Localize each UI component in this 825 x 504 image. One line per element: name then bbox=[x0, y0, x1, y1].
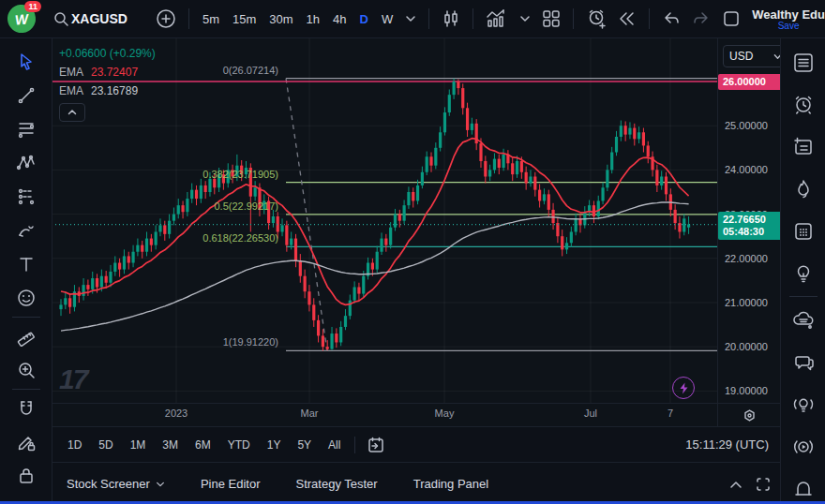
candle bbox=[565, 237, 568, 254]
range-all[interactable]: All bbox=[320, 438, 349, 452]
chart-style-button[interactable] bbox=[436, 6, 466, 32]
interval-weekly[interactable]: W bbox=[375, 12, 399, 26]
ema-line[interactable] bbox=[61, 139, 689, 305]
currency-selector[interactable]: USD bbox=[723, 45, 788, 67]
chart-plot-area[interactable]: +0.06600 (+0.29%) EMA23.72407 EMA23.1678… bbox=[52, 37, 717, 403]
divider bbox=[573, 8, 574, 29]
ideas-stream-button[interactable] bbox=[786, 383, 821, 425]
collapse-chevron-up-icon[interactable] bbox=[729, 480, 742, 489]
range-1d[interactable]: 1D bbox=[59, 438, 90, 452]
divider bbox=[188, 8, 189, 29]
stay-in-drawing-mode-button[interactable] bbox=[8, 425, 44, 459]
redo-button[interactable] bbox=[686, 6, 716, 32]
notes-plus-icon bbox=[792, 136, 815, 158]
hotlists-button[interactable] bbox=[786, 168, 821, 210]
trading-panel-tab[interactable]: Trading Panel bbox=[413, 477, 488, 491]
indicator-templates-button[interactable] bbox=[514, 6, 536, 32]
add-symbol-icon bbox=[156, 8, 176, 29]
alerts-button[interactable] bbox=[786, 83, 821, 126]
layout-title-block[interactable]: Wealthy Educa Save bbox=[752, 7, 825, 31]
candle bbox=[384, 234, 387, 252]
range-1m[interactable]: 1M bbox=[122, 438, 155, 452]
candle bbox=[651, 152, 653, 177]
range-5d[interactable]: 5D bbox=[90, 438, 121, 452]
ema-legend-row[interactable]: EMA23.16789 bbox=[59, 84, 156, 97]
session-clock[interactable]: 15:11:29 (UTC) bbox=[685, 437, 769, 452]
chat-button[interactable] bbox=[786, 341, 821, 383]
pattern-tool[interactable] bbox=[8, 146, 44, 180]
bar-replay-button[interactable] bbox=[612, 6, 642, 32]
calendar-button[interactable] bbox=[786, 210, 821, 252]
lock-all-drawings-button[interactable] bbox=[8, 459, 44, 493]
trading-panel-label: Trading Panel bbox=[413, 477, 488, 491]
live-streams-icon bbox=[790, 436, 817, 458]
ema-line[interactable] bbox=[61, 202, 689, 331]
notifications-button[interactable] bbox=[786, 467, 821, 504]
price-axis[interactable]: USD 25.0000024.0000023.0000022.0000021.0… bbox=[717, 37, 781, 426]
divider bbox=[472, 8, 473, 29]
candle bbox=[448, 89, 451, 115]
candle bbox=[349, 295, 352, 319]
undo-button[interactable] bbox=[656, 6, 686, 32]
candle bbox=[615, 131, 618, 156]
range-ytd[interactable]: YTD bbox=[219, 438, 259, 452]
pine-editor-tab[interactable]: Pine Editor bbox=[201, 477, 261, 491]
strategy-tester-tab[interactable]: Strategy Tester bbox=[295, 477, 377, 491]
layout-grid-button[interactable] bbox=[536, 6, 566, 32]
candle bbox=[498, 155, 501, 174]
candle bbox=[511, 157, 514, 181]
fib-retracement-tool[interactable] bbox=[8, 112, 44, 146]
range-6m[interactable]: 6M bbox=[187, 438, 219, 452]
watchlist-button[interactable] bbox=[786, 41, 821, 83]
goto-date-button[interactable] bbox=[361, 432, 391, 458]
symbol-search-button[interactable]: XAGUSD bbox=[47, 6, 137, 32]
measure-tool[interactable] bbox=[8, 319, 44, 353]
time-axis-label: 2023 bbox=[165, 408, 188, 419]
indicators-button[interactable] bbox=[480, 6, 514, 32]
candle bbox=[461, 83, 464, 114]
zoom-in-tool[interactable] bbox=[8, 353, 44, 387]
candle bbox=[628, 122, 631, 139]
interval-30m[interactable]: 30m bbox=[262, 12, 299, 26]
notes-button[interactable] bbox=[786, 126, 821, 168]
range-3m[interactable]: 3M bbox=[154, 438, 187, 452]
range-5y[interactable]: 5Y bbox=[289, 438, 320, 452]
streams-button[interactable] bbox=[786, 425, 821, 467]
time-axis[interactable]: 2023MarMayJul7 bbox=[52, 403, 717, 427]
divider bbox=[12, 317, 40, 318]
candle bbox=[204, 181, 207, 199]
emoji-tool[interactable] bbox=[8, 281, 44, 315]
interval-1h[interactable]: 1h bbox=[300, 12, 326, 26]
interval-15m[interactable]: 15m bbox=[226, 12, 262, 26]
ideas-button[interactable] bbox=[786, 252, 821, 294]
save-layout-button[interactable] bbox=[716, 6, 746, 32]
compare-add-button[interactable] bbox=[150, 6, 182, 32]
trend-line-tool[interactable] bbox=[8, 79, 44, 112]
interval-daily[interactable]: D bbox=[353, 12, 375, 26]
chevron-up-icon bbox=[68, 109, 77, 116]
brush-tool[interactable] bbox=[8, 214, 44, 247]
candle bbox=[403, 200, 406, 223]
projection-tool[interactable] bbox=[8, 180, 44, 214]
text-tool[interactable] bbox=[8, 247, 44, 281]
stock-screener-tab[interactable]: Stock Screener bbox=[67, 477, 165, 491]
axis-settings-corner[interactable] bbox=[718, 403, 781, 427]
interval-5m[interactable]: 5m bbox=[196, 12, 226, 26]
chevron-down-icon bbox=[405, 13, 416, 24]
candle bbox=[141, 241, 143, 259]
magnet-mode-button[interactable] bbox=[8, 392, 44, 425]
range-1y[interactable]: 1Y bbox=[259, 438, 290, 452]
maximize-panel-icon[interactable] bbox=[756, 477, 771, 492]
candle bbox=[466, 103, 469, 137]
create-alert-button[interactable] bbox=[580, 6, 612, 32]
account-avatar[interactable]: W 11 bbox=[8, 5, 36, 33]
ema-legend-row[interactable]: EMA23.72407 bbox=[59, 66, 156, 79]
legend-collapse-button[interactable] bbox=[59, 103, 85, 122]
minds-button[interactable] bbox=[786, 299, 821, 341]
market-status-button[interactable] bbox=[672, 377, 695, 399]
save-link[interactable]: Save bbox=[752, 21, 825, 31]
interval-4h[interactable]: 4h bbox=[326, 12, 352, 26]
fib-level-label: 0.5(22.99217) bbox=[215, 200, 279, 212]
cursor-tool[interactable] bbox=[8, 45, 44, 79]
interval-menu-button[interactable] bbox=[399, 6, 422, 32]
